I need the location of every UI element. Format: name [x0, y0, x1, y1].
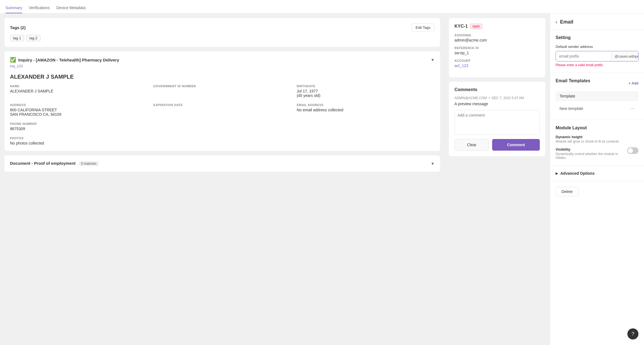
email-templates-section: Email Templates + Add Template New templ… — [550, 73, 644, 120]
advanced-options-header[interactable]: ▶ Advanced Options — [556, 171, 638, 176]
assignee-value: admin@acme.com — [454, 38, 540, 42]
info-birthdate: BIRTHDATE Jul 17, 1977(45 years old) — [297, 84, 435, 98]
inquiry-card: ✅ Inquiry - [AMAZON - Telehealth] Pharma… — [4, 51, 440, 151]
sender-label: Default sender address — [556, 45, 638, 49]
dynamic-height-desc: Module will grow or shrink to fit its co… — [556, 140, 638, 143]
document-title: Document - Proof of employment — [10, 161, 76, 166]
name-label: NAME — [10, 84, 148, 88]
document-badge: 0 matches — [79, 161, 99, 166]
delete-section: Delete — [550, 181, 644, 202]
name-value: ALEXANDER J SAMPLE — [10, 89, 148, 93]
comment-message: A preview message — [454, 102, 540, 106]
email-label: EMAIL ADDRESS — [297, 103, 435, 107]
phone-value: 8675309 — [10, 127, 148, 131]
help-button[interactable]: ? — [627, 328, 638, 339]
panel-title: Email — [560, 19, 573, 25]
visibility-desc: Dynamically control whether the module i… — [556, 152, 627, 160]
tag-item: tag 1 — [10, 35, 24, 41]
delete-button[interactable]: Delete — [556, 187, 578, 196]
birthdate-value: Jul 17, 1977(45 years old) — [297, 89, 435, 98]
comment-meta: ADMIN@ACME.COM • DEC 7, 2022 5:37 AM — [454, 96, 540, 100]
new-template-menu-button[interactable]: ··· — [630, 105, 635, 111]
chevron-down-icon[interactable]: ▼ — [431, 58, 435, 62]
advanced-options-section[interactable]: ▶ Advanced Options — [550, 166, 644, 181]
person-info-grid: NAME ALEXANDER J SAMPLE GOVERNMENT ID NU… — [10, 84, 435, 131]
new-template-name: New template — [559, 106, 583, 111]
new-template-row: New template ··· — [556, 103, 638, 114]
clear-button[interactable]: Clear — [454, 139, 489, 151]
advanced-options-title: Advanced Options — [560, 171, 595, 176]
email-value: No email address collected — [297, 108, 435, 112]
gov-id-label: GOVERNMENT ID NUMBER — [153, 84, 291, 88]
email-input-row: @cases.withpersona.com — [556, 51, 638, 61]
tab-summary[interactable]: Summary — [6, 3, 22, 13]
add-template-button[interactable]: + Add — [628, 81, 638, 85]
reference-label: REFERENCE ID — [454, 46, 540, 50]
comments-card: Comments ADMIN@ACME.COM • DEC 7, 2022 5:… — [449, 82, 545, 156]
birthdate-label: BIRTHDATE — [297, 84, 435, 88]
setting-section: Setting Default sender address @cases.wi… — [550, 30, 644, 73]
info-phone: PHONE NUMBER 8675309 — [10, 122, 148, 131]
document-card: Document - Proof of employment 0 matches… — [4, 155, 440, 172]
edit-tags-button[interactable]: Edit Tags — [412, 24, 435, 32]
check-icon: ✅ — [10, 57, 16, 63]
tags-card: Tags (2) Edit Tags tag 1 tag 2 — [4, 18, 440, 47]
address-value: 600 CALIFORNIA STREETSAN FRANCISCO CA, 9… — [10, 108, 148, 117]
info-gov-id: GOVERNMENT ID NUMBER — [153, 84, 291, 98]
kyc-reference-section: REFERENCE ID sw:ep_1 — [454, 46, 540, 55]
comment-date: DEC 7, 2022 5:37 AM — [492, 96, 524, 100]
module-layout-section: Module Layout Dynamic height Module will… — [550, 120, 644, 166]
email-prefix-input[interactable] — [556, 51, 611, 61]
toggle-slider — [627, 147, 638, 154]
kyc-account-section: ACCOUNT act_123 — [454, 59, 540, 68]
kyc-card: KYC-1 open ASSIGNEE admin@acme.com REFER… — [449, 18, 545, 77]
comments-title: Comments — [454, 87, 540, 92]
kyc-status-badge: open — [470, 24, 482, 29]
module-layout-title: Module Layout — [556, 125, 638, 130]
tags-title: Tags (2) — [10, 25, 25, 30]
dynamic-height-title: Dynamic height — [556, 135, 638, 139]
visibility-item: Visibility Dynamically control whether t… — [556, 147, 638, 160]
email-error-text: Please enter a valid email prefix. — [556, 63, 638, 67]
info-address: ADDRESS 600 CALIFORNIA STREETSAN FRANCIS… — [10, 103, 148, 117]
comment-author: ADMIN@ACME.COM — [454, 96, 487, 100]
reference-value: sw:ep_1 — [454, 51, 540, 55]
email-templates-title: Email Templates — [556, 78, 590, 83]
account-link[interactable]: act_123 — [454, 63, 468, 68]
kyc-id: KYC-1 — [454, 24, 468, 29]
info-photos: PHOTOS No photos collected — [10, 137, 435, 145]
visibility-title: Visibility — [556, 147, 627, 151]
expiration-label: EXPIRATION DATE — [153, 103, 291, 107]
person-name: ALEXANDER J SAMPLE — [10, 74, 435, 80]
tab-verifications[interactable]: Verifications — [29, 3, 50, 13]
address-label: ADDRESS — [10, 103, 148, 107]
photos-label: PHOTOS — [10, 137, 435, 140]
tags-list: tag 1 tag 2 — [10, 35, 435, 41]
right-panel: ‹ Email Setting Default sender address @… — [550, 14, 644, 345]
photos-value: No photos collected — [10, 141, 435, 145]
info-name: NAME ALEXANDER J SAMPLE — [10, 84, 148, 98]
advanced-arrow-icon: ▶ — [556, 171, 558, 175]
inquiry-link[interactable]: inq_123 — [10, 64, 23, 68]
template-row: Template — [556, 91, 638, 101]
account-label: ACCOUNT — [454, 59, 540, 62]
kyc-assignee-section: ASSIGNEE admin@acme.com — [454, 34, 540, 42]
comment-button[interactable]: Comment — [492, 139, 540, 151]
phone-label: PHONE NUMBER — [10, 122, 148, 125]
info-expiration: EXPIRATION DATE — [153, 103, 291, 117]
tab-device-metadata[interactable]: Device Metadata — [56, 3, 85, 13]
email-suffix: @cases.withpersona.com — [611, 52, 638, 61]
setting-title: Setting — [556, 35, 638, 40]
inquiry-title: Inquiry - [AMAZON - Telehealth] Pharmacy… — [18, 58, 119, 62]
comment-textarea[interactable] — [454, 110, 540, 135]
tag-item: tag 2 — [26, 35, 40, 41]
info-email: EMAIL ADDRESS No email address collected — [297, 103, 435, 117]
assignee-label: ASSIGNEE — [454, 34, 540, 37]
dynamic-height-item: Dynamic height Module will grow or shrin… — [556, 135, 638, 143]
back-button[interactable]: ‹ — [556, 19, 557, 25]
template-name: Template — [559, 94, 575, 98]
document-chevron-icon[interactable]: ▼ — [431, 161, 435, 166]
visibility-toggle[interactable] — [627, 147, 638, 154]
